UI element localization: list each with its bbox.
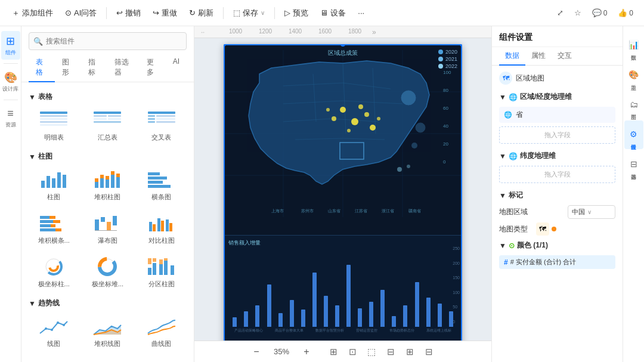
component-item-curve-stack[interactable]: 堆积曲线... <box>29 355 79 362</box>
map-region-select[interactable]: 中国 ∨ <box>568 205 615 219</box>
section-title-marker[interactable]: ▼ 标记 <box>499 190 615 200</box>
device-button[interactable]: 🖥 设备 <box>315 5 351 21</box>
expand-button[interactable]: ⊟ <box>383 344 398 360</box>
like-button[interactable]: 👍 0 <box>614 6 637 20</box>
component-grid-table: 明细表 汇总表 <box>29 106 187 146</box>
tab-table[interactable]: 表格 <box>29 54 55 82</box>
search-input[interactable] <box>29 32 187 50</box>
right-bar-item-data[interactable]: 📊 数据 <box>624 31 643 60</box>
settings-tab-interact[interactable]: 交互 <box>552 47 578 66</box>
right-bar-item-theme[interactable]: 🎨 主题 <box>624 61 643 89</box>
component-item-curve[interactable]: 曲线图 <box>137 312 187 352</box>
bar-col-18 <box>423 249 434 327</box>
svg-rect-38 <box>49 216 55 219</box>
preview-button[interactable]: ▷ 预览 <box>280 5 313 21</box>
comment-button[interactable]: 💬 0 <box>589 6 611 20</box>
device-icon: 🖥 <box>320 8 328 17</box>
component-item-polar-stack[interactable]: 极坐标堆... <box>82 252 132 292</box>
more-button[interactable]: ··· <box>353 6 369 20</box>
svg-rect-36 <box>148 185 171 188</box>
map-region-label: 地图区域 <box>499 207 528 217</box>
add-component-button[interactable]: ＋ 添加组件 <box>7 5 58 21</box>
section-lat-geo: ▼ 🌐 纬度地理维 拖入字段 <box>499 151 615 183</box>
color-section-title[interactable]: ▼ ⊙ 颜色 (1/1) <box>499 240 615 250</box>
component-item-bar-stack[interactable]: 堆积柱图 <box>82 165 132 205</box>
star-button[interactable]: ☆ <box>571 6 585 20</box>
canvas-viewport[interactable]: 区域总成策 2020 2021 2022 <box>194 38 491 341</box>
ruler-marks: 1000 1200 1400 1600 1800 » <box>221 28 376 36</box>
svg-rect-17 <box>156 121 175 123</box>
settings-tab-data[interactable]: 数据 <box>499 47 525 66</box>
ai-answer-button[interactable]: ⊙ AI问答 <box>60 5 101 21</box>
summary-table-icon <box>91 109 123 131</box>
tab-chart[interactable]: 图形 <box>55 54 81 82</box>
section-title-lat-geo[interactable]: ▼ 🌐 纬度地理维 <box>499 151 615 161</box>
layout-button[interactable]: ⊟ <box>421 344 436 360</box>
toolbar-separator-2 <box>223 7 224 19</box>
sidebar-item-design[interactable]: 🎨 设计库 <box>1 67 20 96</box>
fit-screen-button[interactable]: ⊞ <box>326 344 341 360</box>
component-item-summary-table[interactable]: 汇总表 <box>82 106 132 146</box>
left-sidebar-separator-2 <box>4 100 18 100</box>
component-item-detail-table[interactable]: 明细表 <box>29 106 79 146</box>
component-item-polar-bar[interactable]: 极坐标柱... <box>29 252 79 292</box>
svg-rect-43 <box>40 228 55 231</box>
undo-button[interactable]: ↩ 撤销 <box>112 5 145 21</box>
zoom-out-button[interactable]: − <box>249 345 264 359</box>
component-item-bar-compare[interactable]: 对比柱图 <box>137 209 187 249</box>
component-item-bar-partition[interactable]: 分区柱图 <box>137 252 187 292</box>
fit-width-button[interactable]: ⬚ <box>364 344 379 360</box>
chevron-down-icon-lat: ▼ <box>499 152 506 160</box>
ruler-horizontal: ↔ 1000 1200 1400 1600 1800 » <box>194 26 491 38</box>
map-type-icon: 🗺 <box>536 222 549 236</box>
right-bar-item-filter[interactable]: ⊟ 筛选器 <box>624 150 643 179</box>
component-item-bar[interactable]: 柱图 <box>29 165 79 205</box>
save-button[interactable]: ⬚ 保存 ∨ <box>228 5 270 21</box>
svg-point-74 <box>63 324 65 326</box>
zoom-in-button[interactable]: + <box>299 345 314 359</box>
right-bar-item-layer[interactable]: 🗂 图层 <box>624 91 643 119</box>
right-bar-item-component-settings[interactable]: ⚙ 组件设置 <box>624 120 643 149</box>
map-chart-title: 区域总成策 <box>328 49 358 57</box>
actual-size-button[interactable]: ⊡ <box>345 344 360 360</box>
bar-chart-title: 销售额入增量 <box>228 239 457 247</box>
svg-point-91 <box>358 104 363 109</box>
component-item-cross-table[interactable]: 交叉表 <box>137 106 187 146</box>
settings-tab-attr[interactable]: 属性 <box>525 47 552 66</box>
refresh-button[interactable]: ↻ 刷新 <box>184 5 218 21</box>
component-item-line[interactable]: 线图 <box>29 312 79 352</box>
svg-rect-69 <box>164 258 168 261</box>
bar-col-14 <box>377 249 388 327</box>
component-item-line-stack[interactable]: 堆积线图 <box>82 312 132 352</box>
svg-text:40: 40 <box>443 123 448 129</box>
component-item-waterfall[interactable]: 瀑布图 <box>82 209 132 249</box>
section-arrow-bar: ▼ <box>29 153 36 161</box>
drop-field-lat[interactable]: 拖入字段 <box>499 166 615 183</box>
svg-rect-65 <box>153 258 156 262</box>
tab-more[interactable]: 更多 <box>140 54 166 82</box>
legend-item-2020: 2020 <box>438 49 457 55</box>
svg-point-96 <box>397 167 402 172</box>
grid-button[interactable]: ⊞ <box>402 344 417 360</box>
tab-ai[interactable]: AI <box>166 54 187 82</box>
main-area: ⊞ 组件 🎨 设计库 ≡ 资源 🔍 表格 图形 指标 筛选器 更多 AI <box>0 26 644 362</box>
component-item-bar-h-stack[interactable]: 堆积横条... <box>29 209 79 249</box>
left-icon-bar: ⊞ 组件 🎨 设计库 ≡ 资源 <box>0 26 21 362</box>
resource-icon: ≡ <box>7 107 14 120</box>
sidebar-item-component[interactable]: ⊞ 组件 <box>1 31 20 60</box>
right-far-bar: 📊 数据 🎨 主题 🗂 图层 ⚙ 组件设置 ⊟ 筛选器 <box>623 26 644 362</box>
component-item-bar-h[interactable]: 横条图 <box>137 165 187 205</box>
drop-field-region[interactable]: 拖入字段 <box>499 126 615 144</box>
svg-point-86 <box>340 107 346 113</box>
share-button[interactable]: ⤢ <box>553 6 567 20</box>
svg-rect-26 <box>100 175 104 178</box>
redo-button[interactable]: ↪ 重做 <box>148 5 182 21</box>
svg-rect-53 <box>161 221 164 231</box>
sidebar-item-resource[interactable]: ≡ 资源 <box>1 104 20 132</box>
panel-tabs: 表格 图形 指标 筛选器 更多 AI <box>21 54 194 82</box>
section-title-region-geo[interactable]: ▼ 🌐 区域/经度地理维 <box>499 92 615 102</box>
svg-point-84 <box>351 118 358 125</box>
tab-metric[interactable]: 指标 <box>81 54 107 82</box>
tab-filter[interactable]: 筛选器 <box>107 54 140 82</box>
svg-text:80: 80 <box>443 88 448 93</box>
